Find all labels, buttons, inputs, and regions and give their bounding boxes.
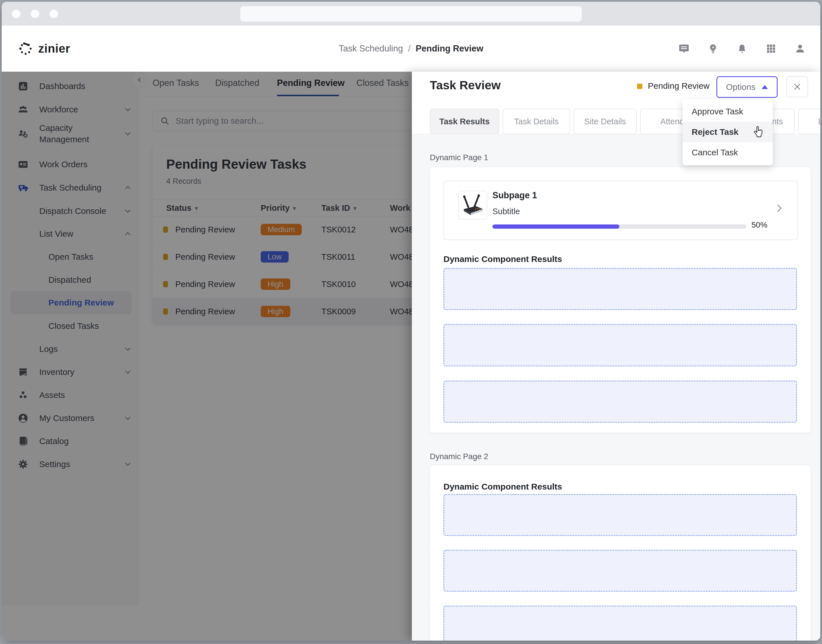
modal-dim-overlay[interactable]	[2, 72, 412, 641]
breadcrumb-current: Pending Review	[416, 43, 483, 54]
subpage-item[interactable]: Subpage 1 Subtitle 50%	[444, 181, 798, 240]
component-placeholder-box	[444, 550, 797, 592]
caret-up-icon	[762, 85, 768, 89]
options-button[interactable]: Options	[716, 76, 777, 98]
component-placeholder-box	[444, 380, 797, 423]
dynamic-page-2-card: Dynamic Component Results	[430, 465, 811, 641]
window-titlebar	[2, 2, 820, 26]
user-icon[interactable]	[795, 43, 805, 54]
menu-item-reject-task[interactable]: Reject Task	[682, 122, 773, 142]
drawer-title: Task Review	[430, 78, 501, 92]
idea-bulb-icon[interactable]	[708, 43, 718, 54]
dynamic-page-1-label: Dynamic Page 1	[430, 153, 488, 162]
component-placeholder-box	[444, 494, 797, 536]
window-minimize-button[interactable]	[31, 10, 39, 18]
window-maximize-button[interactable]	[49, 10, 58, 18]
browser-window: zinier Task Scheduling / Pending Review	[2, 2, 820, 641]
progress-label: 50%	[751, 221, 767, 230]
chevron-right-icon[interactable]	[774, 203, 784, 213]
task-review-drawer: Task Review Pending Review Options Task …	[412, 72, 820, 641]
app-header: zinier Task Scheduling / Pending Review	[2, 26, 820, 72]
menu-item-approve-task[interactable]: Approve Task	[682, 101, 773, 122]
menu-item-label: Reject Task	[691, 127, 739, 137]
apps-grid-icon[interactable]	[766, 43, 776, 54]
options-menu: Approve Task Reject Task Cancel Task	[682, 99, 773, 165]
chat-icon[interactable]	[679, 43, 689, 54]
drawer-tab-task-details[interactable]: Task Details	[502, 109, 570, 134]
results-heading: Dynamic Component Results	[444, 254, 562, 264]
subpage-subtitle: Subtitle	[492, 207, 520, 216]
hand-cursor-icon	[753, 126, 764, 138]
drawer-tab-logs[interactable]: Logs	[798, 109, 820, 134]
header-actions	[679, 26, 805, 72]
router-image	[458, 190, 487, 219]
window-close-button[interactable]	[12, 10, 20, 18]
drawer-status-label: Pending Review	[648, 81, 710, 91]
breadcrumb-section[interactable]: Task Scheduling	[339, 43, 403, 54]
options-label: Options	[726, 82, 755, 92]
progress-fill	[492, 224, 619, 229]
status-square-icon	[637, 84, 642, 89]
address-bar[interactable]	[240, 6, 582, 21]
dynamic-page-2-label: Dynamic Page 2	[430, 452, 488, 461]
notifications-bell-icon[interactable]	[737, 43, 747, 54]
component-placeholder-box	[444, 606, 797, 641]
menu-item-cancel-task[interactable]: Cancel Task	[682, 142, 773, 163]
progress-bar	[492, 224, 746, 229]
dynamic-page-1-card: Subpage 1 Subtitle 50% Dynamic Component…	[430, 167, 811, 432]
results-heading: Dynamic Component Results	[444, 482, 562, 492]
subpage-title: Subpage 1	[492, 190, 537, 201]
component-placeholder-box	[444, 268, 797, 310]
drawer-tab-task-results[interactable]: Task Results	[430, 109, 499, 134]
drawer-tab-site-details[interactable]: Site Details	[573, 109, 637, 134]
component-placeholder-box	[444, 324, 797, 366]
close-button[interactable]	[787, 76, 808, 97]
breadcrumb-separator: /	[408, 43, 411, 54]
